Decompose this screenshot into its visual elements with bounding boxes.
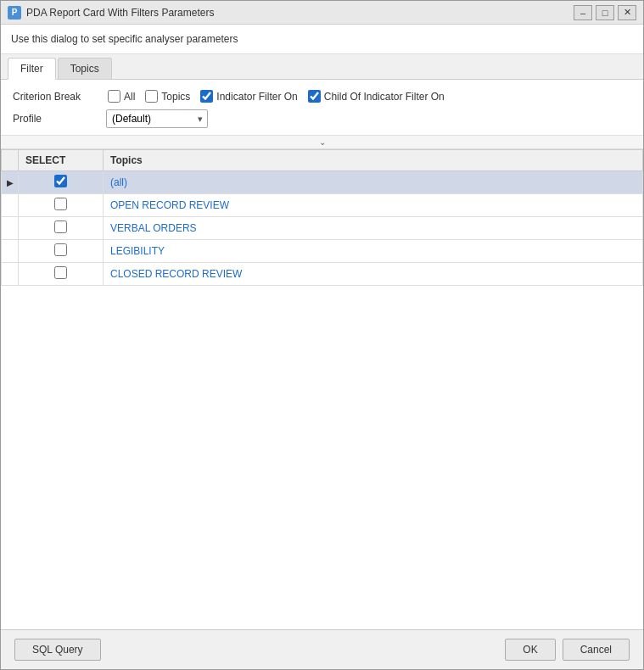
row-checkbox[interactable] xyxy=(54,175,67,187)
title-bar-controls: – □ ✕ xyxy=(574,5,636,20)
description-text: Use this dialog to set specific analyser… xyxy=(11,33,238,45)
minimize-button[interactable]: – xyxy=(574,5,592,20)
close-button[interactable]: ✕ xyxy=(618,5,636,20)
select-column-header: SELECT xyxy=(19,150,104,171)
collapse-icon: ⌄ xyxy=(319,137,326,147)
footer-bar: SQL Query OK Cancel xyxy=(1,629,643,669)
criterion-break-row: Criterion Break All Topics Indicator Fil… xyxy=(13,90,631,103)
topics-checkbox-group: Topics xyxy=(145,90,190,103)
table-row[interactable]: ▶(all) xyxy=(2,171,643,194)
all-label[interactable]: All xyxy=(124,91,135,103)
tabs-container: Filter Topics xyxy=(1,54,643,80)
table-header: SELECT Topics xyxy=(2,150,643,171)
row-topic-cell: LEGIBILITY xyxy=(104,240,643,263)
description-bar: Use this dialog to set specific analyser… xyxy=(1,25,643,54)
profile-label: Profile xyxy=(13,113,98,125)
indicator-filter-checkbox-group: Indicator Filter On xyxy=(200,90,297,103)
tab-topics[interactable]: Topics xyxy=(58,58,112,79)
row-topic-cell: VERBAL ORDERS xyxy=(104,217,643,240)
row-arrow-cell xyxy=(2,194,19,217)
indicator-filter-checkbox[interactable] xyxy=(200,90,213,103)
table-section: SELECT Topics ▶(all)OPEN RECORD REVIEWVE… xyxy=(1,149,643,629)
row-arrow-cell xyxy=(2,240,19,263)
row-select-cell[interactable] xyxy=(19,194,104,217)
title-bar: P PDA Report Card With Filters Parameter… xyxy=(1,1,643,25)
table-row[interactable]: CLOSED RECORD REVIEW xyxy=(2,263,643,286)
topics-column-header: Topics xyxy=(104,150,643,171)
table-row[interactable]: OPEN RECORD REVIEW xyxy=(2,194,643,217)
child-indicator-checkbox[interactable] xyxy=(308,90,321,103)
tab-filter[interactable]: Filter xyxy=(8,58,56,80)
header-row: SELECT Topics xyxy=(2,150,643,171)
row-checkbox[interactable] xyxy=(54,198,67,210)
all-checkbox[interactable] xyxy=(108,90,120,103)
window-icon: P xyxy=(8,6,21,20)
sql-query-button[interactable]: SQL Query xyxy=(14,639,101,661)
row-select-cell[interactable] xyxy=(19,217,104,240)
cancel-button[interactable]: Cancel xyxy=(563,639,630,661)
content-area: Criterion Break All Topics Indicator Fil… xyxy=(1,80,643,629)
window-title: PDA Report Card With Filters Parameters xyxy=(26,7,574,19)
row-checkbox[interactable] xyxy=(54,266,67,279)
collapse-button[interactable]: ⌄ xyxy=(1,136,643,149)
table-row[interactable]: LEGIBILITY xyxy=(2,240,643,263)
child-indicator-checkbox-group: Child Of Indicator Filter On xyxy=(308,90,445,103)
topics-table: SELECT Topics ▶(all)OPEN RECORD REVIEWVE… xyxy=(1,149,643,286)
profile-select-wrapper: (Default) xyxy=(106,109,208,128)
table-row[interactable]: VERBAL ORDERS xyxy=(2,217,643,240)
topics-label[interactable]: Topics xyxy=(161,91,190,103)
all-checkbox-group: All xyxy=(108,90,135,103)
row-arrow-cell: ▶ xyxy=(2,171,19,194)
profile-select[interactable]: (Default) xyxy=(106,109,208,128)
row-select-cell[interactable] xyxy=(19,171,104,194)
main-window: P PDA Report Card With Filters Parameter… xyxy=(0,0,644,670)
ok-button[interactable]: OK xyxy=(505,639,555,661)
row-arrow-cell xyxy=(2,263,19,286)
row-select-cell[interactable] xyxy=(19,263,104,286)
row-topic-cell: OPEN RECORD REVIEW xyxy=(104,194,643,217)
row-topic-cell: CLOSED RECORD REVIEW xyxy=(104,263,643,286)
row-checkbox[interactable] xyxy=(54,221,67,233)
indicator-filter-label[interactable]: Indicator Filter On xyxy=(216,91,297,103)
row-arrow-cell xyxy=(2,217,19,240)
profile-row: Profile (Default) xyxy=(13,109,631,128)
topics-checkbox[interactable] xyxy=(145,90,158,103)
row-topic-cell: (all) xyxy=(104,171,643,194)
maximize-button[interactable]: □ xyxy=(596,5,614,20)
child-indicator-label[interactable]: Child Of Indicator Filter On xyxy=(324,91,445,103)
filters-section: Criterion Break All Topics Indicator Fil… xyxy=(1,80,643,136)
table-body: ▶(all)OPEN RECORD REVIEWVERBAL ORDERSLEG… xyxy=(2,171,643,286)
footer-right-buttons: OK Cancel xyxy=(505,639,630,661)
row-select-cell[interactable] xyxy=(19,240,104,263)
criterion-break-label: Criterion Break xyxy=(13,91,98,103)
row-checkbox[interactable] xyxy=(54,243,67,256)
